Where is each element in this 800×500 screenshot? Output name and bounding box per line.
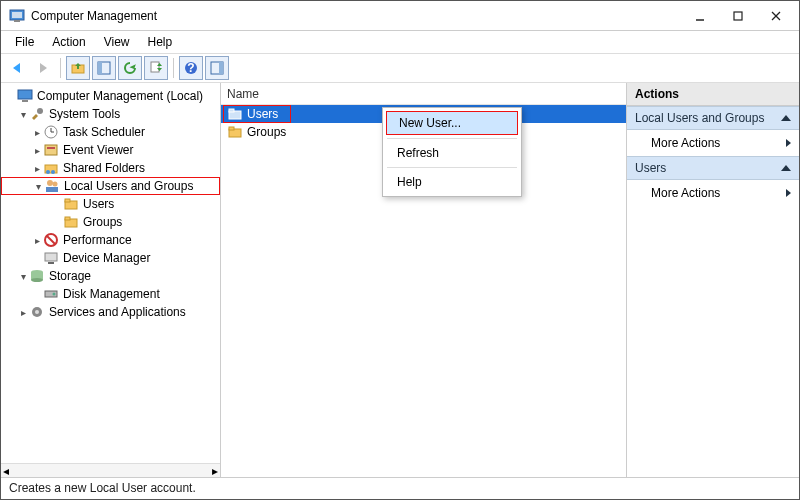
svg-rect-1 — [12, 12, 22, 18]
performance-icon — [43, 232, 59, 248]
close-button[interactable] — [757, 2, 795, 30]
chevron-down-icon[interactable]: ▾ — [32, 181, 44, 192]
collapse-icon — [781, 165, 791, 171]
tree-shared-folders[interactable]: ▸Shared Folders — [1, 159, 220, 177]
svg-point-41 — [35, 310, 39, 314]
tree-label: System Tools — [49, 107, 120, 121]
svg-rect-28 — [65, 199, 70, 202]
chevron-right-icon[interactable]: ▸ — [17, 307, 29, 318]
disk-icon — [43, 286, 59, 302]
tree-label: Event Viewer — [63, 143, 133, 157]
show-hide-tree-button[interactable] — [92, 56, 116, 80]
storage-icon — [29, 268, 45, 284]
services-icon — [29, 304, 45, 320]
tree-label: Users — [83, 197, 114, 211]
tree-local-users-groups[interactable]: ▾Local Users and Groups — [1, 177, 220, 195]
context-separator — [387, 138, 517, 139]
chevron-right-icon — [786, 189, 791, 197]
tree-disk-management[interactable]: Disk Management — [1, 285, 220, 303]
svg-rect-30 — [65, 217, 70, 220]
maximize-button[interactable] — [719, 2, 757, 30]
titlebar: Computer Management — [1, 1, 799, 31]
export-list-button[interactable] — [144, 56, 168, 80]
context-new-user[interactable]: New User... — [386, 111, 518, 135]
toolbar-separator — [60, 58, 61, 78]
computer-icon — [17, 88, 33, 104]
tree-performance[interactable]: ▸Performance — [1, 231, 220, 249]
svg-rect-16 — [22, 100, 28, 102]
chevron-right-icon[interactable]: ▸ — [31, 145, 43, 156]
chevron-right-icon[interactable]: ▸ — [31, 235, 43, 246]
actions-more-2[interactable]: More Actions — [627, 180, 799, 206]
svg-rect-20 — [47, 147, 55, 149]
tree-label: Groups — [83, 215, 122, 229]
svg-point-23 — [51, 170, 55, 174]
context-help[interactable]: Help — [385, 171, 519, 193]
tree-label: Disk Management — [63, 287, 160, 301]
menu-action[interactable]: Action — [44, 33, 93, 51]
svg-rect-34 — [48, 262, 54, 264]
tree-groups[interactable]: Groups — [1, 213, 220, 231]
tree-label: Task Scheduler — [63, 125, 145, 139]
forward-button[interactable] — [31, 56, 55, 80]
collapse-icon — [781, 115, 791, 121]
tree-users[interactable]: Users — [1, 195, 220, 213]
shared-folder-icon — [43, 160, 59, 176]
column-header-name[interactable]: Name — [221, 83, 626, 105]
event-icon — [43, 142, 59, 158]
users-icon — [44, 178, 60, 194]
minimize-button[interactable] — [681, 2, 719, 30]
window-buttons — [681, 2, 795, 30]
tree-event-viewer[interactable]: ▸Event Viewer — [1, 141, 220, 159]
device-icon — [43, 250, 59, 266]
svg-point-25 — [53, 182, 58, 187]
help-button[interactable]: ? — [179, 56, 203, 80]
svg-point-24 — [47, 180, 53, 186]
refresh-button[interactable] — [118, 56, 142, 80]
app-icon — [9, 8, 25, 24]
actions-more-label: More Actions — [651, 136, 720, 150]
tree-device-manager[interactable]: Device Manager — [1, 249, 220, 267]
context-separator — [387, 167, 517, 168]
tree-system-tools[interactable]: ▾System Tools — [1, 105, 220, 123]
scroll-right-icon[interactable]: ▸ — [212, 464, 218, 478]
tree-label: Performance — [63, 233, 132, 247]
chevron-right-icon[interactable]: ▸ — [31, 163, 43, 174]
svg-rect-4 — [734, 12, 742, 20]
context-menu: New User... Refresh Help — [382, 107, 522, 197]
toolbar: ? — [1, 53, 799, 83]
folder-icon — [227, 124, 243, 140]
svg-rect-45 — [229, 127, 234, 130]
context-refresh[interactable]: Refresh — [385, 142, 519, 164]
tree-label: Storage — [49, 269, 91, 283]
menu-file[interactable]: File — [7, 33, 42, 51]
actions-title: Actions — [627, 83, 799, 106]
chevron-down-icon[interactable]: ▾ — [17, 271, 29, 282]
console-tree[interactable]: Computer Management (Local) ▾System Tool… — [1, 83, 221, 477]
svg-rect-10 — [151, 62, 159, 72]
action-pane-button[interactable] — [205, 56, 229, 80]
tree-label: Device Manager — [63, 251, 150, 265]
tree-task-scheduler[interactable]: ▸Task Scheduler — [1, 123, 220, 141]
tree-label: Local Users and Groups — [64, 179, 193, 193]
chevron-right-icon[interactable]: ▸ — [31, 127, 43, 138]
actions-group-users[interactable]: Users — [627, 156, 799, 180]
scroll-left-icon[interactable]: ◂ — [3, 464, 9, 478]
tree-root[interactable]: Computer Management (Local) — [1, 87, 220, 105]
tree-storage[interactable]: ▾Storage — [1, 267, 220, 285]
menu-help[interactable]: Help — [140, 33, 181, 51]
svg-rect-2 — [14, 20, 20, 22]
menu-view[interactable]: View — [96, 33, 138, 51]
svg-text:?: ? — [187, 61, 194, 75]
folder-icon — [63, 196, 79, 212]
tree-hscrollbar[interactable]: ◂▸ — [1, 463, 220, 477]
up-button[interactable] — [66, 56, 90, 80]
actions-group-local-users[interactable]: Local Users and Groups — [627, 106, 799, 130]
actions-more-1[interactable]: More Actions — [627, 130, 799, 156]
svg-point-22 — [46, 170, 50, 174]
back-button[interactable] — [5, 56, 29, 80]
chevron-down-icon[interactable]: ▾ — [17, 109, 29, 120]
tree-services-apps[interactable]: ▸Services and Applications — [1, 303, 220, 321]
svg-rect-9 — [98, 62, 102, 74]
svg-rect-15 — [18, 90, 32, 99]
